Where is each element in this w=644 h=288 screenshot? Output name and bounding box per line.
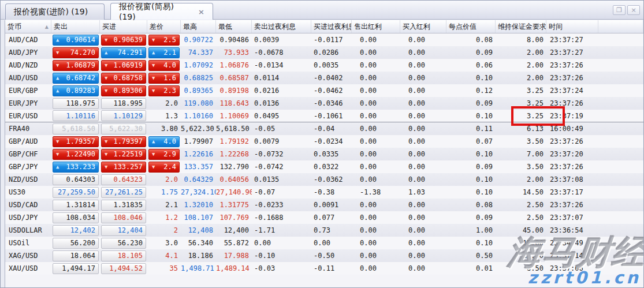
spread-cell: 2.0	[147, 175, 181, 184]
sell-button[interactable]: 118.975	[53, 98, 99, 109]
buy-button[interactable]: 0.64323	[101, 174, 146, 185]
quote-row-EUR/USD[interactable]: EUR/USD1.101161.101291.31.101601.100690.…	[5, 110, 643, 122]
point-value: 0.10	[446, 239, 496, 247]
sell-button[interactable]: 12,402	[53, 225, 99, 236]
down-arrow-icon: ▼	[105, 152, 107, 157]
time-value: 23:37:20	[546, 150, 598, 158]
buy-button[interactable]: ▼133.257	[101, 162, 146, 173]
col-header-buy_dividend[interactable]: 买入红利	[400, 20, 446, 33]
col-header-margin[interactable]: 维持保证金要求	[496, 20, 546, 33]
quote-row-USD/JPY[interactable]: USD/JPY108.034108.0461.2108.107107.769-0…	[5, 211, 643, 224]
sell-button[interactable]: 27,259.50	[53, 187, 99, 198]
quote-row-AUD/CAD[interactable]: AUD/CAD▲0.90614▼0.90639▼2.50.907220.9048…	[5, 33, 643, 46]
close-icon[interactable]: ×	[627, 5, 640, 15]
spread-cell[interactable]: ▼2.9	[148, 149, 180, 160]
quote-row-XAG/USD[interactable]: XAG/USD18.06418.1054.118.18617.988-0.10-…	[5, 249, 643, 262]
margin-value: 45.00	[496, 226, 546, 234]
margin-value: 8.00	[496, 36, 546, 44]
sell-button[interactable]: 5,618.50	[53, 124, 99, 134]
spread-cell[interactable]: ▲4.0	[148, 136, 180, 147]
buy-button[interactable]: ▼1.79397	[101, 136, 146, 147]
quote-row-GBP/CHF[interactable]: GBP/CHF▼1.22490▼1.22519▼2.91.226161.2226…	[5, 148, 643, 160]
tab-quote-advanced[interactable]: 报价视窗(进阶) (19)	[5, 3, 105, 20]
buy-button[interactable]: 56.230	[101, 238, 146, 249]
sell-button[interactable]: 1,494.17	[53, 263, 99, 274]
quote-row-AUD/JPY[interactable]: AUD/JPY▼74.270▲74.291▲2.174.33773.933-0.…	[5, 46, 643, 59]
buy-button[interactable]: ▲74.291	[101, 47, 146, 58]
buy-button[interactable]: 12,404	[101, 225, 146, 236]
currency-label: EUR/JPY	[5, 99, 51, 107]
sell-button[interactable]: ▼1.06879	[53, 60, 99, 71]
col-header-low[interactable]: 最低	[216, 20, 252, 33]
buy-button[interactable]: ▼0.68758	[101, 73, 146, 84]
spread-cell[interactable]: ▼2.4	[148, 162, 180, 173]
buy-button[interactable]: ▼1.06919	[101, 60, 146, 71]
buy-button[interactable]: 27,261.25	[101, 187, 146, 198]
tab-quote-simple[interactable]: 报价视窗(简易) (19) ×	[110, 3, 213, 20]
quote-row-EUR/GBP[interactable]: EUR/GBP▲0.89283▼0.89306▼2.30.893650.8919…	[5, 84, 643, 97]
buy-button[interactable]: 1.10129	[101, 110, 146, 121]
price-value: 0.89306	[113, 87, 143, 95]
quote-row-XAU/USD[interactable]: XAU/USD1,494.171,494.52351,498.711,489.1…	[5, 262, 643, 275]
restore-icon[interactable]: ❐	[613, 5, 626, 15]
quote-row-USD/CAD[interactable]: USD/CAD1.318141.318352.11.320101.31775-0…	[5, 199, 643, 211]
buy-button[interactable]: 18.105	[101, 250, 146, 261]
currency-label: FRA40	[5, 125, 51, 133]
spread-cell[interactable]: ▼1.6	[148, 73, 180, 84]
buy-button[interactable]: 5,622.30	[101, 124, 146, 134]
spread-cell[interactable]: ▲2.1	[148, 47, 180, 58]
tab-close-icon[interactable]: ×	[198, 8, 204, 16]
quote-row-US30[interactable]: US3027,259.5027,261.251.7527,324.1027,14…	[5, 186, 643, 199]
col-header-buy[interactable]: 买进	[100, 20, 147, 33]
sell-button[interactable]: ▲0.68742	[53, 73, 99, 84]
spread-cell: 4.1	[147, 252, 181, 260]
col-header-sell[interactable]: 卖出	[51, 20, 100, 33]
quote-row-AUD/NZD[interactable]: AUD/NZD▼1.06879▼1.06919▼4.01.070921.0687…	[5, 59, 643, 72]
spread-cell[interactable]: ▼2.3	[148, 85, 180, 96]
quote-row-GBP/AUD[interactable]: GBP/AUD▼1.79357▼1.79397▲4.01.799071.7919…	[5, 135, 643, 148]
buy-dividend-value: 0.00	[400, 264, 446, 272]
spread-cell[interactable]: ▼4.0	[148, 60, 180, 71]
quote-row-USDOLLAR[interactable]: USDOLLAR12,40212,404212,40812,400-1.710.…	[5, 224, 643, 237]
col-header-sell_swap[interactable]: 卖出过夜利息	[252, 20, 311, 33]
col-header-time[interactable]: 时间	[546, 20, 598, 33]
col-header-point_value[interactable]: 每点价值	[446, 20, 496, 33]
sell-button[interactable]: ▼1.79357	[53, 136, 99, 147]
buy-button[interactable]: 1,494.52	[101, 263, 146, 274]
sell-button[interactable]: ▲0.89283	[53, 85, 99, 96]
buy-button[interactable]: 1.31835	[101, 200, 146, 211]
down-arrow-icon: ▼	[105, 38, 107, 43]
sell-button[interactable]: 108.034	[53, 212, 99, 223]
low-value: 1.06876	[216, 61, 252, 69]
spread-cell[interactable]: ▼2.5	[148, 35, 180, 46]
quote-row-USOil[interactable]: USOil56.20056.2303.056.34055.8720.000.00…	[5, 237, 643, 249]
sell-button[interactable]: 1.31814	[53, 200, 99, 211]
sell-button[interactable]: 0.64303	[53, 174, 99, 185]
buy-button[interactable]: ▼0.89306	[101, 85, 146, 96]
time-value: 23:37:27	[546, 36, 598, 44]
col-header-spread[interactable]: 差价	[147, 20, 181, 33]
buy-button[interactable]: 108.046	[101, 212, 146, 223]
quote-row-AUD/USD[interactable]: AUD/USD▲0.68742▼0.68758▼1.60.688250.6858…	[5, 72, 643, 84]
sell-button[interactable]: ▼1.22490	[53, 149, 99, 160]
sell-button[interactable]: ▼74.270	[53, 47, 99, 58]
down-arrow-icon: ▼	[56, 50, 59, 55]
quote-row-EUR/JPY[interactable]: EUR/JPY118.975118.9952.0119.080118.6430.…	[5, 97, 643, 110]
quote-row-GBP/JPY[interactable]: GBP/JPY▲133.233▼133.257▼2.4133.357132.79…	[5, 160, 643, 173]
sell-button[interactable]: 56.200	[53, 238, 99, 249]
sell-button[interactable]: ▲133.233	[53, 162, 99, 173]
col-header-currency[interactable]: 货币▲	[5, 20, 51, 33]
quote-row-FRA40[interactable]: FRA405,618.505,622.303.805,622.305,618.5…	[5, 122, 643, 135]
col-header-sell_dividend[interactable]: 售出红利	[352, 20, 400, 33]
buy-button[interactable]: ▼1.22519	[101, 149, 146, 160]
point-value: 0.10	[446, 112, 496, 120]
sell-button[interactable]: ▲0.90614	[53, 35, 99, 46]
buy-button[interactable]: 118.995	[101, 98, 146, 109]
sell-button[interactable]: 18.064	[53, 250, 99, 261]
col-header-high[interactable]: 最高	[181, 20, 216, 33]
currency-label: XAU/USD	[5, 264, 51, 272]
quote-row-NZD/USD[interactable]: NZD/USD0.643030.643232.00.643290.640560.…	[5, 173, 643, 186]
sell-button[interactable]: 1.10116	[53, 110, 99, 121]
col-header-buy_swap[interactable]: 买进过夜利息	[311, 20, 352, 33]
buy-button[interactable]: ▼0.90639	[101, 35, 146, 46]
